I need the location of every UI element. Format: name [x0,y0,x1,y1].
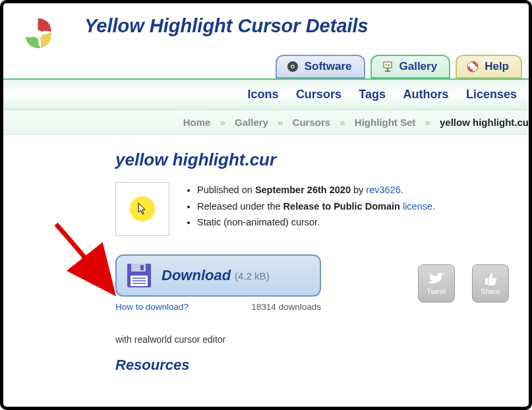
svg-point-7 [385,64,387,66]
subnav-licenses[interactable]: Licenses [466,88,517,101]
page-title: Yellow Highlight Cursor Details [84,15,369,37]
svg-point-0 [34,30,43,39]
info-published: Published on September 26th 2020 by rev3… [197,182,435,198]
download-size: (4.2 kB) [235,270,270,281]
thumbs-up-icon [483,272,498,286]
svg-rect-4 [384,62,392,68]
subnav-cursors[interactable]: Cursors [296,88,341,101]
tab-label: Help [485,60,509,73]
breadcrumb: Home » Gallery » Cursors » Highlight Set… [3,110,529,135]
license-link[interactable]: license [403,201,432,212]
how-to-download-link[interactable]: How to download? [115,302,189,312]
download-button[interactable]: Download (4.2 kB) [115,254,321,297]
svg-rect-13 [140,265,144,270]
tab-label: Software [305,60,352,73]
cursor-preview [115,182,169,236]
easel-icon [381,60,394,73]
highlight-circle-icon [130,196,155,221]
share-label: Share [481,287,500,295]
lifebuoy-icon [466,60,479,73]
cursor-info-list: Published on September 26th 2020 by rev3… [185,182,435,231]
subnav-tags[interactable]: Tags [359,88,386,101]
main-tabs: Software Gallery Help [3,55,529,78]
tab-gallery[interactable]: Gallery [370,55,451,78]
site-logo [15,11,61,57]
cursor-title: yellow highlight.cur [115,150,509,170]
chevron-icon: » [425,117,430,128]
editor-note: with realworld cursor editor [115,334,509,345]
author-link[interactable]: rev3626 [366,185,400,195]
download-label: Download [162,267,231,284]
chevron-icon: » [220,117,225,128]
sub-navigation: Icons Cursors Tags Authors Licenses [3,78,529,110]
info-license: Released under the Release to Public Dom… [197,198,435,215]
svg-point-3 [291,66,293,68]
subnav-icons[interactable]: Icons [247,88,278,101]
floppy-disk-icon [126,262,152,289]
arrow-cursor-icon [137,202,148,216]
chevron-icon: » [278,117,283,128]
tweet-label: Tweet [427,287,446,295]
breadcrumb-home[interactable]: Home [183,117,211,128]
chevron-icon: » [340,117,345,128]
tab-software[interactable]: Software [276,55,365,78]
twitter-icon [428,272,445,286]
info-static: Static (non-animated) cursor. [197,214,435,231]
breadcrumb-set[interactable]: Highlight Set [355,117,416,128]
breadcrumb-current: yellow highlight.cu [440,117,529,128]
svg-point-8 [388,65,390,67]
tab-label: Gallery [399,60,438,73]
download-count: 18314 downloads [251,302,321,312]
tab-help[interactable]: Help [456,55,522,78]
breadcrumb-gallery[interactable]: Gallery [235,117,268,128]
tweet-button[interactable]: Tweet [418,264,455,303]
svg-point-10 [470,64,475,69]
disc-icon [286,60,299,73]
subnav-authors[interactable]: Authors [403,88,449,101]
breadcrumb-cursors[interactable]: Cursors [293,117,331,128]
share-button[interactable]: Share [472,264,509,303]
resources-heading: Resources [115,357,509,374]
